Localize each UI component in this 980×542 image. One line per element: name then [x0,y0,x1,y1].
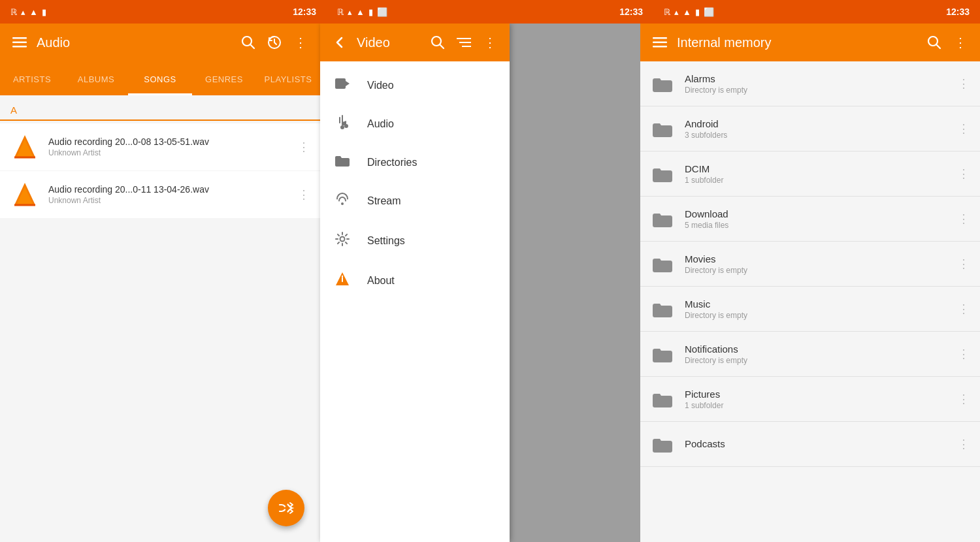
bluetooth-icon-2: ℝ [337,7,344,17]
folder-name-notifications: Notifications [685,343,947,355]
folder-item-download[interactable]: Download 5 media files ⋮ [640,197,980,242]
svg-rect-28 [653,46,667,48]
folder-item-android[interactable]: Android 3 subfolders ⋮ [640,106,980,151]
directories-menu-icon [333,154,351,170]
signal-icon-2: ▲ [356,7,365,17]
folder-icon-notifications [651,342,674,366]
folder-more-movies[interactable]: ⋮ [958,257,970,271]
svg-line-30 [936,44,940,48]
sort-icon[interactable] [455,33,473,52]
back-icon[interactable] [331,33,349,52]
audio-panel: Audio ⋮ ARTISTS ALBUMS SONGS GENRES PLAY… [0,24,320,542]
folder-more-alarms[interactable]: ⋮ [958,76,970,91]
internal-more-icon[interactable]: ⋮ [951,33,970,52]
folder-item-notifications[interactable]: Notifications Directory is empty ⋮ [640,332,980,377]
menu-item-about[interactable]: About [320,261,510,300]
folder-more-android[interactable]: ⋮ [958,121,970,136]
song-artist-2: Unknown Artist [48,196,289,205]
folder-sub-android: 3 subfolders [685,131,947,140]
svg-point-22 [340,237,345,242]
song-thumb-1 [10,133,39,161]
folder-item-music[interactable]: Music Directory is empty ⋮ [640,287,980,332]
folder-more-notifications[interactable]: ⋮ [958,347,970,361]
menu-item-settings[interactable]: Settings [320,221,510,261]
menu-item-video[interactable]: Video [320,67,510,104]
svg-point-25 [342,276,343,277]
fab-button[interactable] [268,490,304,526]
folder-info-podcasts: Podcasts [685,438,947,451]
folder-more-pictures[interactable]: ⋮ [958,392,970,406]
folder-icon-dcim [651,162,674,185]
folder-info-notifications: Notifications Directory is empty [685,343,947,365]
folder-item-podcasts[interactable]: Podcasts ⋮ [640,422,980,467]
folder-info-alarms: Alarms Directory is empty [685,73,947,95]
wifi-icon-3: ▴ [674,7,679,17]
audio-tabs: ARTISTS ALBUMS SONGS GENRES PLAYLISTS [0,61,320,95]
status-time-video: 12:33 [619,7,643,17]
song-artist-1: Unknown Artist [48,148,289,157]
menu-label-about: About [367,275,395,287]
folder-item-pictures[interactable]: Pictures 1 subfolder ⋮ [640,377,980,422]
search-icon[interactable] [239,33,257,52]
svg-rect-2 [12,46,27,48]
menu-item-stream[interactable]: Stream [320,181,510,221]
video-panel: Video ⋮ Video Audio [320,24,510,542]
wifi-icon-2: ▴ [348,7,352,17]
svg-line-13 [440,44,444,48]
status-bar-video: ℝ ▴ ▲ ▮ ⬜ 12:33 [327,0,653,24]
tab-artists[interactable]: ARTISTS [0,65,64,95]
history-icon[interactable] [265,33,284,52]
folder-item-movies[interactable]: Movies Directory is empty ⋮ [640,242,980,287]
folder-more-podcasts[interactable]: ⋮ [958,437,970,451]
folder-name-dcim: DCIM [685,163,947,174]
song-item-2[interactable]: Audio recording 20...0-11 13-04-26.wav U… [0,171,320,218]
folder-more-music[interactable]: ⋮ [958,302,970,316]
panel-overlay[interactable] [510,24,640,542]
folder-sub-pictures: 1 subfolder [685,401,947,410]
hamburger-menu-icon[interactable] [10,33,29,52]
svg-marker-18 [346,81,350,86]
menu-label-video: Video [367,80,394,91]
song-item[interactable]: Audio recording 20...0-08 13-05-51.wav U… [0,123,320,170]
more-options-icon[interactable]: ⋮ [291,33,310,52]
folder-icon-android [651,117,674,140]
tab-playlists[interactable]: PLAYLISTS [256,65,320,95]
folder-item-alarms[interactable]: Alarms Directory is empty ⋮ [640,61,980,106]
folder-item-dcim[interactable]: DCIM 1 subfolder ⋮ [640,151,980,197]
video-more-icon[interactable]: ⋮ [481,33,499,52]
folder-info-music: Music Directory is empty [685,298,947,320]
folder-icon-download [651,207,674,231]
status-time-internal: 12:33 [946,7,970,17]
audio-toolbar: Audio ⋮ [0,24,320,61]
tab-genres[interactable]: GENRES [192,65,256,95]
folder-sub-notifications: Directory is empty [685,356,947,365]
internal-title: Internal memory [677,35,917,50]
menu-item-audio[interactable]: Audio [320,104,510,144]
internal-search-icon[interactable] [925,33,943,52]
folder-name-download: Download [685,208,947,219]
folder-more-dcim[interactable]: ⋮ [958,167,970,181]
internal-toolbar: Internal memory ⋮ [640,24,980,61]
svg-rect-1 [12,42,27,44]
menu-item-directories[interactable]: Directories [320,144,510,181]
audio-menu-icon [333,114,351,133]
folder-sub-download: 5 media files [685,221,947,230]
song-info-1: Audio recording 20...0-08 13-05-51.wav U… [48,136,289,157]
status-bar-audio: ℝ ▴ ▲ ▮ 12:33 [0,0,327,24]
signal-icon-3: ▲ [683,7,691,17]
folder-info-android: Android 3 subfolders [685,118,947,140]
folder-more-download[interactable]: ⋮ [958,212,970,226]
folder-sub-movies: Directory is empty [685,266,947,275]
tab-songs[interactable]: SONGS [128,65,192,95]
tab-albums[interactable]: ALBUMS [64,65,128,95]
song-list: A Audio recording 20...0-08 13-05-51.wav… [0,95,320,542]
folder-icon-alarms [651,72,674,95]
signal-icon: ▲ [29,7,38,17]
song-title-1: Audio recording 20...0-08 13-05-51.wav [48,136,289,147]
video-search-icon[interactable] [429,33,447,52]
internal-memory-panel: Internal memory ⋮ Alarms Directory is em… [640,24,980,542]
song-menu-2[interactable]: ⋮ [298,187,310,202]
wifi-icon: ▴ [21,7,25,17]
internal-menu-icon[interactable] [651,33,669,52]
song-menu-1[interactable]: ⋮ [298,140,310,154]
